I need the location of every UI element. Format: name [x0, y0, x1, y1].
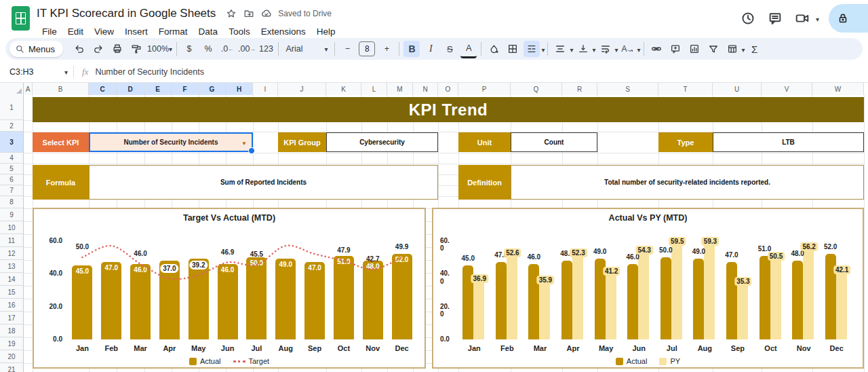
column-header-H[interactable]: H — [226, 83, 253, 96]
menu-data[interactable]: Data — [193, 25, 224, 38]
sheets-logo-icon[interactable] — [12, 6, 30, 31]
row-header-5[interactable]: 5 — [0, 164, 24, 174]
menu-tools[interactable]: Tools — [223, 25, 256, 38]
column-header-W[interactable]: W — [812, 83, 864, 96]
column-header-Q[interactable]: Q — [511, 83, 562, 96]
merge-cells-icon[interactable] — [524, 41, 540, 57]
horizontal-align-icon[interactable] — [552, 41, 568, 57]
text-wrap-caret-icon[interactable] — [615, 43, 618, 55]
row-header-20[interactable]: 20 — [0, 350, 24, 363]
row-header-14[interactable]: 14 — [0, 273, 24, 286]
version-history-icon[interactable] — [734, 5, 762, 32]
percent-format-button[interactable]: % — [200, 41, 216, 57]
video-call-icon[interactable] — [789, 5, 816, 32]
redo-icon[interactable] — [90, 41, 106, 57]
menu-insert[interactable]: Insert — [119, 25, 153, 38]
column-header-F[interactable]: F — [172, 83, 199, 96]
spreadsheet-grid[interactable]: KPI Trend Select KPI Number of Security … — [0, 95, 868, 372]
print-icon[interactable] — [109, 41, 125, 57]
comments-icon[interactable] — [762, 5, 789, 32]
horizontal-align-caret-icon[interactable] — [570, 43, 573, 55]
formula-input[interactable]: Number of Security Incidents — [95, 67, 204, 77]
row-header-18[interactable]: 18 — [0, 324, 24, 337]
column-header-R[interactable]: R — [562, 83, 597, 96]
increase-decimal-button[interactable]: .00 — [238, 41, 255, 57]
row-header-4[interactable]: 4 — [0, 153, 24, 164]
borders-icon[interactable] — [505, 41, 521, 57]
row-header-13[interactable]: 13 — [0, 260, 24, 273]
text-color-button[interactable]: A — [460, 40, 477, 58]
column-header-S[interactable]: S — [597, 83, 658, 96]
increase-font-size-button[interactable]: + — [378, 41, 395, 57]
row-header-6[interactable]: 6 — [0, 174, 24, 185]
table-icon[interactable] — [724, 41, 741, 57]
decrease-font-size-button[interactable]: − — [339, 41, 355, 57]
text-rotation-icon[interactable]: A — [620, 41, 636, 57]
paint-format-icon[interactable] — [128, 41, 144, 57]
chart-actual-vs-py[interactable]: Actual Vs PY (MTD)60. 040. 020. 00.045.0… — [432, 208, 864, 369]
video-call-caret-icon[interactable] — [816, 12, 819, 24]
menu-help[interactable]: Help — [311, 25, 341, 38]
row-header-7[interactable]: 7 — [0, 185, 24, 196]
decrease-decimal-button[interactable]: .0 — [219, 41, 235, 57]
bold-button[interactable]: B — [403, 41, 420, 57]
font-size-input[interactable]: 8 — [359, 41, 375, 56]
column-header-A[interactable]: A — [24, 83, 33, 96]
merge-caret-icon[interactable] — [541, 43, 545, 55]
italic-button[interactable]: I — [422, 41, 439, 57]
row-header-2[interactable]: 2 — [0, 120, 24, 132]
insert-chart-icon[interactable] — [686, 41, 703, 57]
menu-view[interactable]: View — [89, 25, 119, 38]
filter-icon[interactable] — [705, 41, 722, 57]
column-header-B[interactable]: B — [33, 83, 89, 96]
row-header-1[interactable]: 1 — [0, 95, 24, 120]
column-header-O[interactable]: O — [438, 83, 458, 96]
column-header-C[interactable]: C — [89, 83, 117, 96]
currency-format-button[interactable]: $ — [181, 41, 197, 57]
name-box[interactable]: C3:H3 — [0, 67, 73, 77]
row-header-16[interactable]: 16 — [0, 299, 24, 312]
column-header-G[interactable]: G — [199, 83, 226, 96]
row-header-15[interactable]: 15 — [0, 286, 24, 299]
doc-title[interactable]: IT KPI Scorecard in Google Sheets — [37, 7, 216, 20]
menus-search[interactable]: Menus — [9, 41, 63, 57]
number-format-button[interactable]: 123 — [258, 41, 274, 57]
row-header-9[interactable]: 9 — [0, 208, 24, 221]
selection-fill-handle[interactable] — [248, 147, 255, 154]
row-header-12[interactable]: 12 — [0, 247, 24, 260]
menu-extensions[interactable]: Extensions — [256, 25, 311, 38]
kpi-dropdown[interactable]: Number of Security Incidents — [89, 132, 253, 152]
row-header-3[interactable]: 3 — [0, 132, 24, 153]
column-header-P[interactable]: P — [458, 83, 511, 96]
column-header-L[interactable]: L — [361, 83, 387, 96]
functions-icon[interactable]: Σ — [747, 41, 763, 57]
column-header-U[interactable]: U — [713, 83, 762, 96]
text-wrap-icon[interactable] — [597, 41, 614, 57]
share-button[interactable] — [829, 4, 868, 33]
row-header-21[interactable]: 21 — [0, 363, 24, 372]
vertical-align-icon[interactable] — [575, 41, 591, 57]
strikethrough-button[interactable]: S — [441, 41, 458, 57]
dropdown-arrow-icon[interactable] — [241, 138, 247, 146]
name-box-caret-icon[interactable] — [64, 67, 68, 77]
row-header-11[interactable]: 11 — [0, 234, 24, 247]
column-header-E[interactable]: E — [144, 83, 172, 96]
column-header-K[interactable]: K — [326, 83, 361, 96]
vertical-align-caret-icon[interactable] — [593, 43, 596, 55]
font-family-select[interactable]: Arial — [283, 41, 330, 57]
menu-format[interactable]: Format — [153, 25, 193, 38]
column-header-N[interactable]: N — [413, 83, 438, 96]
chart-target-vs-actual[interactable]: Target Vs Actual (MTD)60.040.020.00.045.… — [33, 208, 426, 369]
row-header-8[interactable]: 8 — [0, 196, 24, 208]
insert-link-icon[interactable] — [648, 41, 665, 57]
menu-edit[interactable]: Edit — [62, 25, 89, 38]
row-header-17[interactable]: 17 — [0, 312, 24, 324]
select-all-corner[interactable] — [0, 83, 24, 96]
menu-file[interactable]: File — [37, 25, 62, 38]
fill-color-icon[interactable] — [486, 41, 502, 57]
column-header-I[interactable]: I — [253, 83, 278, 96]
move-folder-icon[interactable] — [241, 6, 256, 21]
insert-comment-icon[interactable] — [667, 41, 684, 57]
column-header-T[interactable]: T — [658, 83, 713, 96]
table-caret-icon[interactable] — [742, 43, 745, 55]
